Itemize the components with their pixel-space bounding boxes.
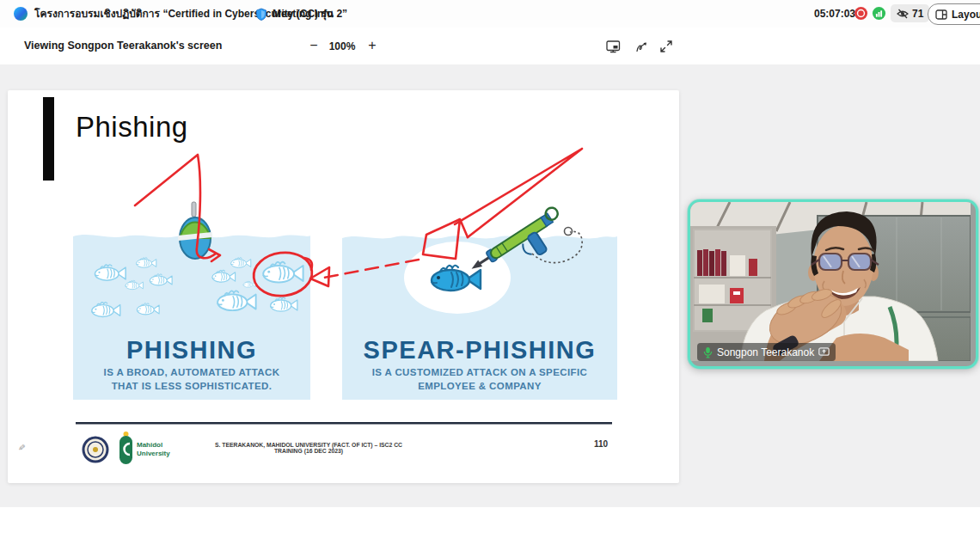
sharing-screen-icon <box>818 347 830 357</box>
viewing-label: Viewing Songpon Teerakanok's screen <box>24 40 222 52</box>
slide-illustration: Mahidol University <box>8 90 679 483</box>
zoom-out-button[interactable]: − <box>306 38 322 53</box>
shared-screen-slide: Mahidol University Phishing PHISHING IS … <box>8 90 679 483</box>
fullscreen-button[interactable] <box>658 39 674 54</box>
layout-label: Layout <box>952 9 980 21</box>
annotate-button[interactable] <box>634 39 649 54</box>
participant-name: Songpon Teerakanok <box>717 346 814 358</box>
phishing-subline-2: THAT IS LESS SOPHISTICATED. <box>73 381 310 391</box>
meeting-info-button[interactable]: Meeting Info <box>255 0 334 28</box>
zoom-in-button[interactable]: + <box>364 38 380 53</box>
meeting-info-label: Meeting Info <box>273 8 334 20</box>
participant-name-tag: Songpon Teerakanok <box>697 343 836 361</box>
layout-button[interactable]: Layout <box>928 3 980 25</box>
recording-indicator-icon <box>854 6 868 21</box>
annotation-pencil-cursor: ✎ <box>16 444 27 451</box>
hidden-attendees-pill[interactable]: 71 <box>891 4 929 22</box>
slide-footer-credit: S. TEERAKANOK, MAHIDOL UNIVERSITY (FACT.… <box>214 442 403 454</box>
annotate-pen-icon <box>635 40 648 53</box>
eye-off-icon <box>897 9 909 19</box>
mic-on-icon <box>703 346 713 358</box>
webex-logo-icon <box>14 7 28 21</box>
hidden-attendees-count: 71 <box>912 8 923 20</box>
slide-page-number: 110 <box>594 439 608 449</box>
participant-video-tile[interactable]: Songpon Teerakanok <box>688 199 978 369</box>
show-in-window-button[interactable] <box>605 39 621 54</box>
monitor-pip-icon <box>606 40 621 53</box>
connection-quality-icon <box>872 6 886 21</box>
spear-phishing-subline-1: IS A CUSTOMIZED ATTACK ON A SPECIFIC <box>342 367 617 377</box>
spear-phishing-subline-2: EMPLOYEE & COMPANY <box>342 381 617 391</box>
phishing-headline: PHISHING <box>73 336 310 364</box>
meeting-stage: Mahidol University Phishing PHISHING IS … <box>0 64 980 507</box>
meeting-timer: 05:07:03 <box>814 0 855 28</box>
slide-title: Phishing <box>76 111 188 144</box>
share-toolbar: Viewing Songpon Teerakanok's screen − 10… <box>0 28 980 64</box>
control-bar: cc Unmute Start video Share <box>0 507 980 551</box>
shield-icon <box>255 8 267 21</box>
top-bar: โครงการอบรมเชิงปฏิบัติการ “Certified in … <box>0 0 980 28</box>
bobber-art <box>178 202 212 259</box>
expand-icon <box>659 40 673 53</box>
spear-phishing-headline: SPEAR-PHISHING <box>342 336 617 364</box>
svg-text:Mahidol: Mahidol <box>137 441 162 449</box>
layout-grid-icon <box>935 9 947 20</box>
phishing-subline-1: IS A BROAD, AUTOMATED ATTACK <box>73 367 310 377</box>
participant-video-frame <box>690 202 971 361</box>
svg-text:University: University <box>137 450 170 457</box>
zoom-level: 100% <box>325 40 359 52</box>
mahidol-ict-logo: Mahidol University <box>119 432 170 464</box>
university-seal-logo <box>83 438 107 462</box>
